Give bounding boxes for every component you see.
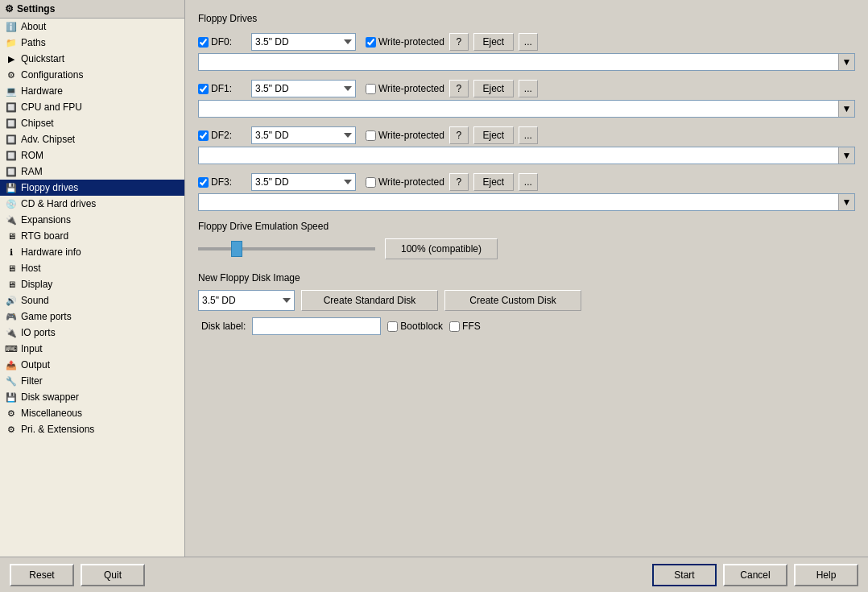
drive-path-input-df2[interactable]: [199, 150, 838, 161]
output-icon: 📤: [5, 358, 18, 371]
eject-button-df3[interactable]: Eject: [473, 173, 514, 191]
sidebar-item-miscellaneous[interactable]: ⚙Miscellaneous: [0, 405, 184, 421]
drive-checkbox-df1[interactable]: [198, 84, 209, 94]
sidebar-item-expansions[interactable]: 🔌Expansions: [0, 212, 184, 228]
floppy-section-title: Floppy Drives: [198, 13, 855, 24]
bootblock-checkbox[interactable]: [387, 321, 398, 332]
sidebar-item-cpu[interactable]: 🔲CPU and FPU: [0, 99, 184, 115]
sidebar-item-hardware-info[interactable]: ℹHardware info: [0, 244, 184, 260]
ffs-label[interactable]: FFS: [449, 321, 481, 332]
bootblock-label[interactable]: Bootblock: [387, 321, 443, 332]
sidebar-item-paths[interactable]: 📁Paths: [0, 35, 184, 51]
input-icon: ⌨: [5, 342, 18, 355]
drive-row-df2: DF2:3.5" DD3.5" HD5.25" DD5.25" HDWrite-…: [198, 124, 855, 164]
about-icon: ℹ️: [5, 20, 18, 33]
drive-path-chevron-df2[interactable]: ▼: [838, 147, 854, 164]
drive-path-chevron-df3[interactable]: ▼: [838, 194, 854, 210]
cancel-button[interactable]: Cancel: [723, 564, 787, 586]
sidebar-item-rtg-board[interactable]: 🖥RTG board: [0, 228, 184, 244]
info-button-df0[interactable]: ?: [449, 33, 469, 51]
sidebar-item-chipset[interactable]: 🔲Chipset: [0, 115, 184, 131]
sidebar-label-rom: ROM: [21, 150, 43, 161]
settings-icon: ⚙: [5, 3, 14, 14]
more-button-df2[interactable]: ...: [519, 126, 538, 144]
drive-format-df2[interactable]: 3.5" DD3.5" HD5.25" DD5.25" HD: [251, 126, 356, 144]
sidebar-item-host[interactable]: 🖥Host: [0, 260, 184, 276]
eject-button-df1[interactable]: Eject: [473, 80, 514, 97]
sidebar-item-sound[interactable]: 🔊Sound: [0, 292, 184, 308]
sidebar-item-io-ports[interactable]: 🔌IO ports: [0, 325, 184, 341]
info-button-df2[interactable]: ?: [449, 126, 469, 144]
sidebar-label-cpu: CPU and FPU: [21, 101, 82, 113]
speed-value-button[interactable]: 100% (compatible): [385, 238, 498, 259]
sidebar-item-about[interactable]: ℹ️About: [0, 19, 184, 35]
sidebar-label-pri-extensions: Pri. & Extensions: [21, 424, 94, 435]
sidebar-label-expansions: Expansions: [21, 214, 71, 226]
drive-path-chevron-df0[interactable]: ▼: [838, 54, 854, 70]
quickstart-icon: ▶: [5, 52, 18, 65]
speed-section: Floppy Drive Emulation Speed 100% (compa…: [198, 221, 855, 259]
adv-chipset-icon: 🔲: [5, 133, 18, 146]
speed-slider[interactable]: [198, 247, 375, 250]
drive-checkbox-label-df2[interactable]: DF2:: [198, 130, 246, 141]
drive-path-input-df1[interactable]: [199, 103, 838, 114]
ffs-checkbox[interactable]: [449, 321, 460, 332]
sidebar-item-filter[interactable]: 🔧Filter: [0, 373, 184, 389]
drive-format-df1[interactable]: 3.5" DD3.5" HD5.25" DD5.25" HD: [251, 80, 356, 97]
reset-button[interactable]: Reset: [10, 564, 74, 586]
sidebar-tree: ℹ️About📁Paths▶Quickstart⚙Configurations💻…: [0, 19, 184, 437]
write-protected-checkbox-df0[interactable]: [366, 37, 376, 48]
drive-format-df0[interactable]: 3.5" DD3.5" HD5.25" DD5.25" HD: [251, 33, 356, 51]
sidebar-label-hardware-info: Hardware info: [21, 246, 81, 258]
drive-checkbox-df0[interactable]: [198, 37, 209, 48]
write-protected-checkbox-df2[interactable]: [366, 130, 376, 141]
drives-container: DF0:3.5" DD3.5" HD5.25" DD5.25" HDWrite-…: [198, 31, 855, 211]
disk-label-input[interactable]: [252, 317, 381, 335]
eject-button-df0[interactable]: Eject: [473, 33, 514, 51]
sidebar-item-configurations[interactable]: ⚙Configurations: [0, 67, 184, 83]
help-button[interactable]: Help: [794, 564, 858, 586]
sidebar-item-pri-extensions[interactable]: ⚙Pri. & Extensions: [0, 421, 184, 437]
start-button[interactable]: Start: [652, 564, 717, 586]
write-protected-checkbox-df1[interactable]: [366, 84, 376, 94]
sidebar-item-game-ports[interactable]: 🎮Game ports: [0, 308, 184, 325]
sidebar-item-input[interactable]: ⌨Input: [0, 341, 184, 357]
drive-checkbox-df2[interactable]: [198, 130, 209, 141]
write-protected-label-df1: Write-protected: [378, 83, 444, 94]
more-button-df3[interactable]: ...: [519, 173, 538, 191]
drive-path-chevron-df1[interactable]: ▼: [838, 101, 854, 117]
drive-checkbox-label-df0[interactable]: DF0:: [198, 36, 246, 48]
sidebar-item-rom[interactable]: 🔲ROM: [0, 147, 184, 164]
sidebar-item-ram[interactable]: 🔲RAM: [0, 164, 184, 180]
sidebar-item-display[interactable]: 🖥Display: [0, 276, 184, 292]
disk-label-text: Disk label:: [201, 321, 246, 332]
sidebar-item-quickstart[interactable]: ▶Quickstart: [0, 51, 184, 67]
create-custom-button[interactable]: Create Custom Disk: [444, 290, 581, 311]
new-disk-title: New Floppy Disk Image: [198, 272, 855, 284]
sidebar-item-output[interactable]: 📤Output: [0, 357, 184, 373]
sidebar-item-cd-hard[interactable]: 💿CD & Hard drives: [0, 196, 184, 212]
sidebar-label-disk-swapper: Disk swapper: [21, 391, 79, 403]
sidebar-label-host: Host: [21, 263, 41, 274]
info-button-df3[interactable]: ?: [449, 173, 469, 191]
drive-path-input-df0[interactable]: [199, 56, 838, 68]
more-button-df1[interactable]: ...: [519, 80, 538, 97]
more-button-df0[interactable]: ...: [519, 33, 538, 51]
write-protected-checkbox-df3[interactable]: [366, 177, 376, 188]
drive-format-df3[interactable]: 3.5" DD3.5" HD5.25" DD5.25" HD: [251, 173, 356, 191]
drive-top-df2: DF2:3.5" DD3.5" HD5.25" DD5.25" HDWrite-…: [198, 124, 855, 147]
sidebar-item-adv-chipset[interactable]: 🔲Adv. Chipset: [0, 131, 184, 147]
create-standard-button[interactable]: Create Standard Disk: [301, 290, 438, 311]
sidebar-item-floppy-drives[interactable]: 💾Floppy drives: [0, 180, 184, 196]
sidebar-item-hardware[interactable]: 💻Hardware: [0, 83, 184, 99]
drive-checkbox-label-df3[interactable]: DF3:: [198, 176, 246, 188]
drive-checkbox-df3[interactable]: [198, 177, 209, 188]
drive-path-input-df3[interactable]: [199, 197, 838, 208]
info-button-df1[interactable]: ?: [449, 80, 469, 97]
eject-button-df2[interactable]: Eject: [473, 126, 514, 144]
drive-checkbox-label-df1[interactable]: DF1:: [198, 83, 246, 94]
quit-button[interactable]: Quit: [81, 564, 145, 586]
ffs-text: FFS: [462, 321, 481, 332]
new-disk-format-dropdown[interactable]: 3.5" DD 3.5" HD 5.25" DD 5.25" HD: [198, 290, 295, 311]
sidebar-item-disk-swapper[interactable]: 💾Disk swapper: [0, 389, 184, 405]
